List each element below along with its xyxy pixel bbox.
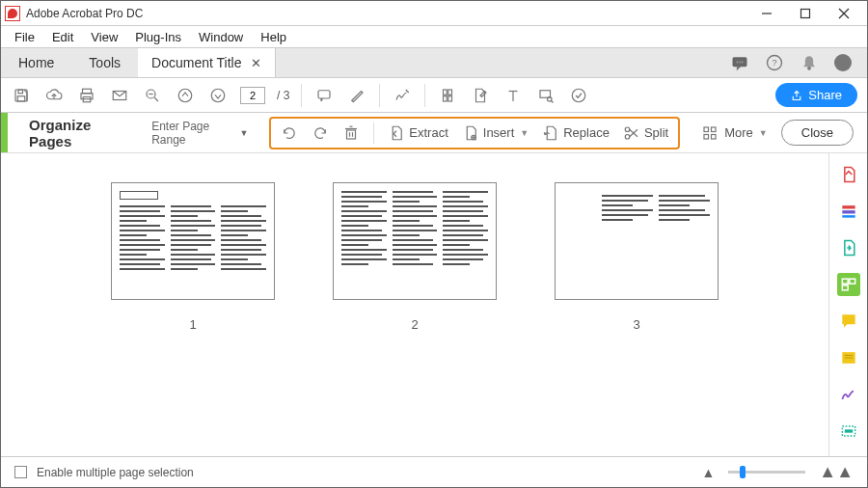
svg-rect-52 [842,205,854,208]
zoom-handle[interactable] [740,466,746,478]
edit-pdf-icon[interactable] [470,85,491,106]
tab-document[interactable]: Document Title ✕ [138,48,276,77]
help-icon[interactable]: ? [765,53,784,72]
page-thumb-2[interactable]: 2 [333,182,497,332]
main-toolbar: / 3 Share [1,78,867,113]
print-icon[interactable] [76,85,97,106]
tab-document-label: Document Title [151,55,241,70]
close-tab-icon[interactable]: ✕ [251,56,261,70]
delete-button[interactable] [342,124,360,142]
organize-pages-bar: Organize Pages Enter Page Range ▼ Extrac… [1,113,867,153]
page-thumbnail[interactable] [333,182,497,300]
page-thumbnail[interactable] [111,182,275,300]
insert-button[interactable]: Insert ▼ [462,124,529,142]
svg-rect-26 [444,90,448,95]
crop-icon[interactable] [437,85,458,106]
note-icon[interactable] [837,346,860,369]
fill-sign-icon[interactable] [837,383,860,406]
save-icon[interactable] [11,85,32,106]
organize-pages-icon[interactable] [837,273,860,296]
separator [379,84,380,107]
notification-bell-icon[interactable] [800,53,819,72]
chat-icon[interactable] [730,53,749,72]
highlighter-icon[interactable] [346,85,367,106]
svg-point-6 [739,61,741,63]
chevron-down-icon: ▼ [239,128,248,138]
checkmark-icon[interactable] [568,85,589,106]
page-thumb-1[interactable]: 1 [111,182,275,332]
thumbnail-area: 1 2 [1,153,828,464]
maximize-button[interactable] [786,2,825,25]
svg-line-34 [552,100,554,102]
grid-icon [701,124,719,142]
menu-help[interactable]: Help [253,28,294,46]
close-panel-button[interactable]: Close [781,120,854,146]
menu-window[interactable]: Window [191,28,251,46]
share-button[interactable]: Share [775,83,857,107]
more-dropdown[interactable]: More ▼ [701,124,768,142]
email-icon[interactable] [109,85,130,106]
comment-tool-icon[interactable] [837,310,860,333]
close-panel-label: Close [801,125,833,140]
user-avatar-icon[interactable] [834,54,852,71]
cloud-upload-icon[interactable] [43,85,65,106]
zoom-slider[interactable] [728,471,805,474]
rotate-cw-button[interactable] [312,124,329,142]
tab-tools[interactable]: Tools [71,48,138,77]
svg-rect-62 [844,429,852,432]
enable-multi-checkbox[interactable] [14,466,27,478]
insert-label: Insert [483,125,515,140]
more-label: More [724,125,753,140]
add-text-icon[interactable] [502,85,524,106]
redact-icon[interactable] [837,420,860,443]
svg-point-10 [808,68,811,70]
svg-rect-12 [18,90,23,94]
split-button[interactable]: Split [623,124,668,142]
svg-point-7 [742,61,744,63]
zoom-small-icon[interactable]: ▲ [702,465,716,480]
page-total-label: / 3 [277,89,289,102]
svg-point-45 [625,134,630,139]
menu-edit[interactable]: Edit [44,28,81,46]
menu-view[interactable]: View [83,28,125,46]
page-number-label: 3 [633,317,639,332]
close-window-button[interactable] [825,2,863,25]
comment-icon[interactable] [313,85,335,106]
svg-point-22 [178,89,192,102]
svg-line-20 [154,97,158,101]
page-actions-group: Extract Insert ▼ Replace Split [269,117,680,149]
svg-text:?: ? [772,58,776,68]
zoom-out-icon[interactable] [142,85,163,106]
svg-rect-56 [849,279,854,284]
page-up-icon[interactable] [175,85,196,106]
page-thumb-3[interactable]: 3 [555,182,719,332]
separator [424,84,425,107]
minimize-button[interactable] [747,2,786,25]
svg-point-44 [625,127,630,132]
enable-multi-label: Enable multiple page selection [37,466,194,479]
separator [301,84,302,107]
svg-rect-51 [712,134,717,139]
menu-file[interactable]: File [7,28,42,46]
tab-home[interactable]: Home [1,48,71,77]
page-thumbnail[interactable] [555,182,719,300]
extract-label: Extract [409,125,448,140]
svg-point-5 [737,61,739,63]
replace-button[interactable]: Replace [542,124,610,142]
chevron-down-icon: ▼ [520,128,529,138]
page-down-icon[interactable] [207,85,229,106]
combine-icon[interactable] [837,200,860,223]
extract-button[interactable]: Extract [388,124,448,142]
search-tools-icon[interactable] [535,85,556,106]
export-pdf-icon[interactable] [837,236,860,259]
sign-icon[interactable] [392,85,413,106]
page-range-dropdown[interactable]: Enter Page Range ▼ [151,120,248,147]
svg-rect-28 [444,95,448,100]
create-pdf-icon[interactable] [837,163,860,186]
rotate-ccw-button[interactable] [281,124,298,142]
page-number-label: 2 [411,317,418,332]
page-number-input[interactable] [240,87,265,104]
menu-plugins[interactable]: Plug-Ins [127,28,189,46]
accent-strip [1,113,8,152]
zoom-large-icon[interactable]: ▲▲ [819,462,854,482]
